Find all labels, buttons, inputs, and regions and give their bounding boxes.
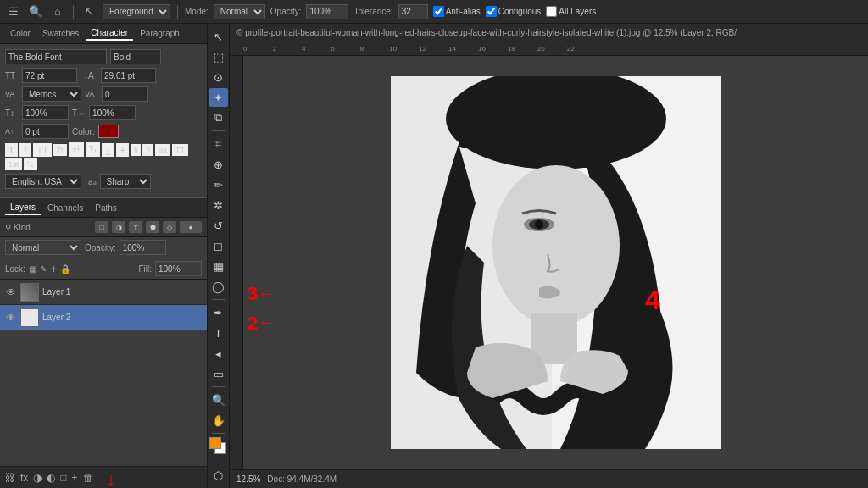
frac1[interactable]: fi — [131, 144, 142, 156]
layer-item-2[interactable]: 👁 Layer 2 — [0, 305, 207, 330]
tracking-input[interactable] — [102, 86, 148, 102]
frac4[interactable]: TT — [172, 144, 188, 156]
layers-panel-tabs: Layers Channels Paths — [0, 197, 207, 218]
healing-tool[interactable]: ⊕ — [209, 155, 228, 174]
lock-brush-icon[interactable]: ✎ — [40, 264, 47, 274]
all-layers-checkbox[interactable]: All Layers — [546, 6, 596, 17]
frac2[interactable]: fl — [142, 144, 153, 156]
group-icon[interactable]: □ — [60, 472, 66, 484]
ruler-mark-6: 6 — [331, 45, 334, 53]
fill-value-input[interactable] — [155, 261, 202, 276]
new-layer-icon[interactable]: + — [72, 472, 78, 484]
eyedropper-tool[interactable]: ⌗ — [209, 135, 228, 153]
marquee-tool[interactable]: ⬚ — [209, 47, 228, 66]
lock-artboard-icon[interactable]: 🔒 — [60, 264, 70, 274]
lock-checkerboard-icon[interactable]: ▦ — [29, 264, 36, 274]
style-small-caps[interactable]: Tr — [53, 144, 67, 156]
layer2-visibility-icon[interactable]: 👁 — [5, 312, 17, 324]
style-all-caps[interactable]: TT — [33, 143, 51, 157]
tab-character[interactable]: Character — [86, 26, 133, 41]
filter-pixel-icon[interactable]: □ — [95, 221, 108, 233]
foreground-select[interactable]: Foreground — [103, 4, 170, 19]
gradient-tool[interactable]: ▦ — [209, 257, 228, 275]
tracking-row: VA Metrics VA — [5, 86, 202, 102]
filter-shape-icon[interactable]: ⬟ — [146, 221, 159, 233]
zoom-tool[interactable]: 🔍 — [209, 391, 228, 409]
link-icon[interactable]: ⛓ — [5, 472, 15, 484]
frac6[interactable]: ½ — [24, 158, 37, 170]
tab-layers[interactable]: Layers — [5, 201, 41, 215]
font-name-input[interactable] — [5, 49, 107, 64]
cursor-icon[interactable]: ↖ — [81, 3, 97, 20]
opacity-value-input[interactable] — [120, 240, 166, 255]
tolerance-input[interactable] — [398, 4, 428, 19]
mask-icon[interactable]: ◑ — [33, 472, 42, 484]
style-strikethrough[interactable]: T — [116, 143, 129, 157]
screen-mode-tool[interactable]: ⬡ — [209, 466, 228, 485]
brush-tool[interactable]: ✏ — [209, 175, 228, 194]
foreground-color[interactable] — [209, 437, 221, 449]
contiguous-checkbox[interactable]: Contiguous — [486, 6, 542, 17]
eraser-tool[interactable]: ◻ — [209, 236, 228, 255]
baseline-input[interactable] — [22, 124, 69, 139]
leading-input[interactable] — [101, 68, 156, 83]
move-tool[interactable]: ↖ — [209, 27, 228, 46]
canvas-viewport[interactable]: 4 3 ← 2 ← — [243, 56, 868, 469]
frac5[interactable]: 1st — [5, 158, 22, 170]
pen-tool[interactable]: ✒ — [209, 303, 228, 322]
font-size-input[interactable] — [22, 68, 77, 83]
foreground-bg-colors[interactable] — [209, 437, 226, 454]
scale-v-input[interactable] — [22, 105, 69, 120]
language-select[interactable]: English: USA — [5, 174, 81, 189]
hand-tool[interactable]: ✋ — [209, 411, 228, 430]
crop-tool[interactable]: ⧉ — [209, 108, 228, 127]
layer2-name: Layer 2 — [42, 313, 70, 322]
blend-mode-select[interactable]: Normal — [5, 240, 81, 255]
clone-tool[interactable]: ✲ — [209, 196, 228, 214]
tab-paths[interactable]: Paths — [90, 202, 122, 214]
home-icon[interactable]: ⌂ — [49, 3, 66, 20]
fx-icon[interactable]: fx — [20, 472, 28, 484]
search-icon[interactable]: 🔍 — [27, 3, 44, 20]
filter-text-icon[interactable]: T — [129, 221, 142, 233]
menu-icon[interactable]: ☰ — [5, 3, 22, 20]
path-selection-tool[interactable]: ◂ — [209, 344, 228, 363]
opacity-input[interactable] — [306, 4, 348, 19]
layer-item[interactable]: 👁 Layer 1 — [0, 280, 207, 305]
style-sub[interactable]: T1 — [86, 142, 101, 157]
magic-wand-tool[interactable]: ✦ — [209, 88, 228, 107]
frac3[interactable]: aa — [155, 144, 170, 156]
font-style-input[interactable] — [110, 49, 161, 64]
tab-channels[interactable]: Channels — [42, 202, 88, 214]
layer-visibility-icon[interactable]: 👁 — [5, 286, 17, 298]
aa-label: aₐ — [88, 177, 97, 186]
dodge-tool[interactable]: ◯ — [209, 277, 228, 296]
shape-tool[interactable]: ▭ — [209, 364, 228, 383]
kern-icon: VA — [5, 90, 19, 98]
filter-on-icon[interactable]: ● — [180, 221, 202, 233]
filter-adjust-icon[interactable]: ◑ — [112, 221, 125, 233]
style-italic[interactable]: T — [19, 143, 32, 157]
style-bold[interactable]: T — [5, 143, 18, 157]
trash-icon[interactable]: 🗑 — [83, 472, 93, 484]
history-tool[interactable]: ↺ — [209, 216, 228, 235]
layer2-thumbnail — [20, 308, 39, 327]
style-super[interactable]: T1 — [69, 142, 84, 157]
color-swatch[interactable] — [98, 125, 119, 138]
mode-select[interactable]: Normal — [214, 4, 265, 19]
adjustment-icon[interactable]: ◐ — [47, 472, 55, 484]
filter-smart-icon[interactable]: ◇ — [163, 221, 176, 233]
tab-color[interactable]: Color — [5, 27, 36, 40]
lasso-tool[interactable]: ⊙ — [209, 68, 228, 86]
aa-select[interactable]: Sharp — [100, 174, 151, 189]
style-underline[interactable]: T — [102, 143, 114, 157]
opacity-label: Opacity: — [270, 7, 302, 16]
tab-paragraph[interactable]: Paragraph — [135, 27, 185, 40]
tab-swatches[interactable]: Swatches — [37, 27, 84, 40]
kern-select[interactable]: Metrics — [22, 86, 81, 102]
scale-h-input[interactable] — [89, 105, 136, 120]
style-buttons-row: T T TT Tr T1 T1 T T fi fl aa TT 1st ½ — [5, 142, 202, 170]
anti-alias-checkbox[interactable]: Anti-alias — [433, 6, 481, 17]
text-tool[interactable]: T — [209, 324, 228, 342]
lock-position-icon[interactable]: ✛ — [50, 264, 57, 274]
